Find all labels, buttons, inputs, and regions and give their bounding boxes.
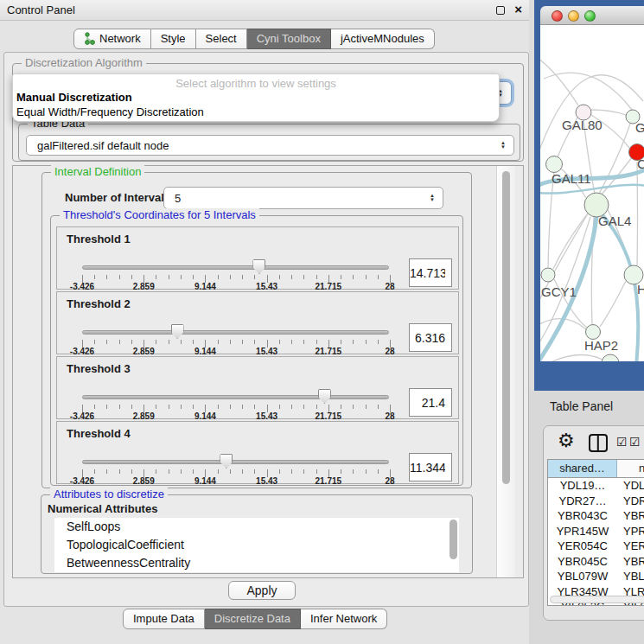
tick-mark — [254, 275, 255, 279]
node-label: H — [637, 282, 644, 296]
tick-label: 21.715 — [316, 347, 342, 356]
tick-label: 28 — [385, 411, 394, 421]
bottom-tab-impute-data[interactable]: Impute Data — [123, 609, 205, 629]
slider-thumb[interactable] — [171, 324, 184, 339]
vertical-scrollbar-thumb[interactable] — [502, 171, 510, 484]
tick-mark — [254, 405, 255, 409]
bottom-tab-label: Discretize Data — [214, 612, 290, 625]
table-row[interactable]: YPR145WYPR1 — [548, 524, 644, 539]
checkbox-icon[interactable]: ☑ — [629, 435, 641, 449]
threshold-value-input[interactable] — [409, 453, 452, 481]
interval-definition-group: Interval Definition Number of Intervals … — [41, 172, 472, 488]
network-node[interactable] — [541, 268, 555, 282]
network-node[interactable] — [586, 325, 601, 340]
table-row[interactable]: YER054CYER0 — [548, 539, 644, 554]
column-header-shared-name[interactable]: shared… — [548, 460, 617, 477]
tab-select[interactable]: Select — [196, 29, 247, 49]
slider-thumb[interactable] — [252, 259, 265, 274]
network-window-titlebar[interactable] — [540, 6, 644, 25]
slider-track[interactable] — [82, 460, 389, 464]
tick-mark — [119, 275, 120, 279]
node-label: HAP2 — [584, 338, 618, 353]
zoom-traffic-light[interactable] — [584, 10, 596, 22]
tab-style[interactable]: Style — [151, 29, 196, 49]
table-row[interactable]: YDR27…YDR2 — [548, 494, 644, 509]
number-of-intervals-spinner[interactable]: 5 ▲▼ — [163, 187, 443, 209]
bottom-tab-infer-network[interactable]: Infer Network — [301, 609, 387, 629]
tab-network[interactable]: Network — [73, 29, 151, 49]
attribute-list-item[interactable]: TopologicalCoefficient — [54, 536, 459, 554]
tick-mark — [106, 340, 107, 344]
dropdown-option[interactable]: Equal Width/Frequency Discretization — [16, 105, 496, 119]
checkbox-icon[interactable]: ☑ — [616, 435, 628, 449]
tick-mark — [353, 469, 354, 474]
dropdown-option[interactable]: Manual Discretization — [16, 90, 496, 105]
table-data-combo[interactable]: galFiltered.sif default node ▲▼ — [26, 135, 514, 156]
threshold-coordinates-group: Threshold's Coordinates for 5 Intervals … — [50, 215, 463, 486]
node-label: GAL80 — [562, 118, 603, 132]
apply-button[interactable]: Apply — [228, 581, 296, 600]
close-icon[interactable]: × — [514, 2, 522, 16]
bottom-tab-discretize-data[interactable]: Discretize Data — [205, 609, 301, 629]
tick-mark — [94, 275, 95, 279]
tick-mark — [341, 469, 341, 474]
threshold-value-input[interactable] — [409, 388, 452, 417]
control-panel-titlebar[interactable]: Control Panel × — [0, 0, 529, 21]
threshold-row: Threshold 1 -3.4262.8599.14415.4321.7152… — [56, 226, 459, 290]
slider-tick-labels: -3.4262.8599.14415.4321.71528 — [82, 347, 390, 356]
vertical-scrollbar-track[interactable] — [496, 166, 515, 577]
threshold-label: Threshold 3 — [67, 362, 131, 375]
table-row[interactable]: YBR043CYBR0 — [548, 508, 644, 524]
close-traffic-light[interactable] — [552, 10, 563, 22]
tick-mark — [218, 469, 219, 474]
threshold-row: Threshold 4 -3.4262.8599.14415.4321.7152… — [56, 421, 459, 484]
table-row[interactable]: YBL079WYBL0 — [548, 569, 644, 584]
threshold-row: Threshold 3 -3.4262.8599.14415.4321.7152… — [56, 356, 459, 419]
table-row[interactable]: YDL19…YDL1 — [548, 478, 644, 494]
slider-track[interactable] — [82, 330, 389, 335]
tick-mark — [279, 405, 280, 409]
attribute-list-item[interactable]: SelfLoops — [54, 518, 459, 536]
slider-tick-labels: -3.4262.8599.14415.4321.71528 — [82, 476, 390, 486]
tab-cyni-toolbox[interactable]: Cyni Toolbox — [247, 29, 331, 49]
tick-mark — [316, 275, 317, 279]
table-row[interactable]: YBR045CYBR0 — [548, 554, 644, 570]
threshold-value-input[interactable] — [409, 258, 452, 287]
tick-mark — [303, 469, 304, 474]
tick-label: 15.43 — [256, 282, 277, 291]
number-of-intervals-label: Number of Intervals — [65, 191, 170, 204]
tick-mark — [94, 405, 95, 409]
slider-thumb[interactable] — [220, 454, 233, 469]
tick-mark — [303, 405, 304, 409]
tick-mark — [291, 340, 292, 344]
tick-mark — [303, 275, 304, 279]
tab-label: Select — [206, 32, 237, 45]
tab-jactivemnodules[interactable]: jActiveMNodules — [331, 29, 435, 49]
horizontal-scrollbar[interactable] — [550, 596, 644, 603]
network-graph: GAL80GACGAL11GAL4GCY1HHAP2 — [540, 25, 644, 361]
float-window-icon[interactable] — [496, 6, 505, 15]
network-node[interactable] — [602, 354, 619, 361]
network-canvas[interactable]: GAL80GACGAL11GAL4GCY1HHAP2 — [540, 25, 644, 361]
network-node[interactable] — [546, 156, 563, 173]
tick-mark — [181, 340, 182, 344]
list-scrollbar[interactable] — [450, 520, 457, 559]
slider-thumb[interactable] — [318, 389, 331, 404]
tick-mark — [254, 340, 255, 344]
slider-track[interactable] — [82, 265, 389, 270]
numerical-attributes-heading: Numerical Attributes — [48, 502, 157, 515]
attribute-list-item[interactable]: BetweennessCentrality — [54, 554, 459, 572]
threshold-value-input[interactable] — [409, 323, 452, 352]
gear-icon[interactable]: ⚙ — [558, 430, 575, 452]
dropdown-prompt: Select algorithm to view settings — [13, 77, 499, 90]
tick-mark — [193, 469, 194, 474]
discretization-algorithm-title: Discretization Algorithm — [22, 56, 146, 69]
column-header-name[interactable]: na — [617, 460, 644, 477]
minimize-traffic-light[interactable] — [568, 10, 579, 22]
tick-mark — [181, 469, 182, 474]
node-label: C — [637, 156, 644, 171]
node-label: GAL4 — [598, 214, 631, 228]
slider-track[interactable] — [82, 395, 389, 399]
column-layout-icon[interactable] — [589, 434, 608, 452]
tick-mark — [254, 469, 255, 474]
